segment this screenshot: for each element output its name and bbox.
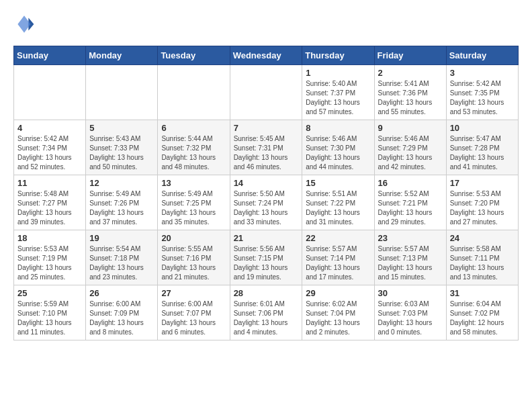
day-info: Sunrise: 5:51 AM Sunset: 7:22 PM Dayligh…	[306, 189, 370, 227]
calendar-cell: 31Sunrise: 6:04 AM Sunset: 7:02 PM Dayli…	[446, 285, 518, 340]
calendar-cell: 2Sunrise: 5:41 AM Sunset: 7:36 PM Daylig…	[374, 65, 446, 120]
day-info: Sunrise: 6:04 AM Sunset: 7:02 PM Dayligh…	[450, 300, 515, 337]
calendar-cell: 5Sunrise: 5:43 AM Sunset: 7:33 PM Daylig…	[86, 120, 158, 175]
day-number: 18	[17, 233, 82, 243]
day-info: Sunrise: 5:56 AM Sunset: 7:15 PM Dayligh…	[234, 244, 299, 282]
day-number: 13	[161, 178, 226, 188]
calendar-cell: 15Sunrise: 5:51 AM Sunset: 7:22 PM Dayli…	[302, 175, 374, 230]
calendar-cell: 25Sunrise: 5:59 AM Sunset: 7:10 PM Dayli…	[14, 285, 86, 340]
day-number: 9	[378, 123, 443, 133]
calendar-cell: 12Sunrise: 5:49 AM Sunset: 7:26 PM Dayli…	[86, 175, 158, 230]
calendar-cell: 24Sunrise: 5:58 AM Sunset: 7:11 PM Dayli…	[446, 230, 518, 285]
day-info: Sunrise: 5:42 AM Sunset: 7:34 PM Dayligh…	[17, 134, 82, 172]
day-number: 10	[450, 123, 515, 133]
day-info: Sunrise: 5:43 AM Sunset: 7:33 PM Dayligh…	[89, 134, 154, 172]
day-number: 6	[161, 123, 226, 133]
calendar-cell: 4Sunrise: 5:42 AM Sunset: 7:34 PM Daylig…	[14, 120, 86, 175]
page-header	[13, 13, 519, 35]
calendar-cell: 13Sunrise: 5:49 AM Sunset: 7:25 PM Dayli…	[158, 175, 230, 230]
day-number: 21	[234, 233, 299, 243]
calendar-cell: 16Sunrise: 5:52 AM Sunset: 7:21 PM Dayli…	[374, 175, 446, 230]
day-info: Sunrise: 6:03 AM Sunset: 7:03 PM Dayligh…	[378, 300, 443, 337]
calendar-cell: 19Sunrise: 5:54 AM Sunset: 7:18 PM Dayli…	[86, 230, 158, 285]
calendar-header-row: SundayMondayTuesdayWednesdayThursdayFrid…	[14, 46, 519, 65]
day-info: Sunrise: 5:42 AM Sunset: 7:35 PM Dayligh…	[450, 79, 515, 117]
calendar-cell: 1Sunrise: 5:40 AM Sunset: 7:37 PM Daylig…	[302, 65, 374, 120]
calendar-cell: 21Sunrise: 5:56 AM Sunset: 7:15 PM Dayli…	[230, 230, 302, 285]
calendar-cell: 3Sunrise: 5:42 AM Sunset: 7:35 PM Daylig…	[446, 65, 518, 120]
day-number: 19	[89, 233, 154, 243]
calendar-cell	[86, 65, 158, 120]
logo-icon	[13, 13, 35, 35]
day-info: Sunrise: 5:47 AM Sunset: 7:28 PM Dayligh…	[450, 134, 515, 172]
calendar-cell: 18Sunrise: 5:53 AM Sunset: 7:19 PM Dayli…	[14, 230, 86, 285]
day-info: Sunrise: 6:01 AM Sunset: 7:06 PM Dayligh…	[234, 300, 299, 337]
day-info: Sunrise: 5:52 AM Sunset: 7:21 PM Dayligh…	[378, 189, 443, 227]
calendar-cell: 17Sunrise: 5:53 AM Sunset: 7:20 PM Dayli…	[446, 175, 518, 230]
day-number: 16	[378, 178, 443, 188]
day-header-saturday: Saturday	[446, 46, 518, 65]
day-number: 22	[306, 233, 370, 243]
day-number: 27	[161, 288, 226, 298]
day-number: 15	[306, 178, 370, 188]
day-number: 1	[306, 68, 370, 78]
calendar-week-5: 25Sunrise: 5:59 AM Sunset: 7:10 PM Dayli…	[14, 285, 519, 340]
logo	[13, 13, 38, 35]
day-number: 3	[450, 68, 515, 78]
calendar-table: SundayMondayTuesdayWednesdayThursdayFrid…	[13, 46, 519, 340]
calendar-cell: 26Sunrise: 6:00 AM Sunset: 7:09 PM Dayli…	[86, 285, 158, 340]
calendar-cell: 20Sunrise: 5:55 AM Sunset: 7:16 PM Dayli…	[158, 230, 230, 285]
day-number: 24	[450, 233, 515, 243]
day-info: Sunrise: 6:00 AM Sunset: 7:07 PM Dayligh…	[161, 300, 226, 337]
calendar-cell	[14, 65, 86, 120]
day-number: 7	[234, 123, 299, 133]
calendar-cell: 6Sunrise: 5:44 AM Sunset: 7:32 PM Daylig…	[158, 120, 230, 175]
day-info: Sunrise: 5:48 AM Sunset: 7:27 PM Dayligh…	[17, 189, 82, 227]
day-header-tuesday: Tuesday	[158, 46, 230, 65]
day-info: Sunrise: 5:54 AM Sunset: 7:18 PM Dayligh…	[89, 244, 154, 282]
day-info: Sunrise: 5:50 AM Sunset: 7:24 PM Dayligh…	[234, 189, 299, 227]
calendar-cell: 30Sunrise: 6:03 AM Sunset: 7:03 PM Dayli…	[374, 285, 446, 340]
day-info: Sunrise: 5:55 AM Sunset: 7:16 PM Dayligh…	[161, 244, 226, 282]
day-number: 31	[450, 288, 515, 298]
day-info: Sunrise: 5:46 AM Sunset: 7:30 PM Dayligh…	[306, 134, 370, 172]
calendar-cell: 27Sunrise: 6:00 AM Sunset: 7:07 PM Dayli…	[158, 285, 230, 340]
day-info: Sunrise: 5:45 AM Sunset: 7:31 PM Dayligh…	[234, 134, 299, 172]
day-header-thursday: Thursday	[302, 46, 374, 65]
day-number: 17	[450, 178, 515, 188]
day-info: Sunrise: 5:49 AM Sunset: 7:26 PM Dayligh…	[89, 189, 154, 227]
calendar-cell	[230, 65, 302, 120]
day-info: Sunrise: 5:58 AM Sunset: 7:11 PM Dayligh…	[450, 244, 515, 282]
day-number: 14	[234, 178, 299, 188]
day-number: 12	[89, 178, 154, 188]
day-header-friday: Friday	[374, 46, 446, 65]
day-info: Sunrise: 5:53 AM Sunset: 7:19 PM Dayligh…	[17, 244, 82, 282]
calendar-cell	[158, 65, 230, 120]
day-number: 11	[17, 178, 82, 188]
day-number: 30	[378, 288, 443, 298]
calendar-cell: 28Sunrise: 6:01 AM Sunset: 7:06 PM Dayli…	[230, 285, 302, 340]
day-number: 23	[378, 233, 443, 243]
day-info: Sunrise: 5:53 AM Sunset: 7:20 PM Dayligh…	[450, 189, 515, 227]
day-header-wednesday: Wednesday	[230, 46, 302, 65]
calendar-cell: 11Sunrise: 5:48 AM Sunset: 7:27 PM Dayli…	[14, 175, 86, 230]
day-number: 20	[161, 233, 226, 243]
day-info: Sunrise: 6:00 AM Sunset: 7:09 PM Dayligh…	[89, 300, 154, 337]
calendar-cell: 9Sunrise: 5:46 AM Sunset: 7:29 PM Daylig…	[374, 120, 446, 175]
day-info: Sunrise: 5:46 AM Sunset: 7:29 PM Dayligh…	[378, 134, 443, 172]
calendar-cell: 29Sunrise: 6:02 AM Sunset: 7:04 PM Dayli…	[302, 285, 374, 340]
calendar-cell: 7Sunrise: 5:45 AM Sunset: 7:31 PM Daylig…	[230, 120, 302, 175]
calendar-cell: 8Sunrise: 5:46 AM Sunset: 7:30 PM Daylig…	[302, 120, 374, 175]
day-header-monday: Monday	[86, 46, 158, 65]
day-info: Sunrise: 5:40 AM Sunset: 7:37 PM Dayligh…	[306, 79, 370, 117]
day-number: 26	[89, 288, 154, 298]
day-number: 25	[17, 288, 82, 298]
day-number: 2	[378, 68, 443, 78]
day-info: Sunrise: 5:49 AM Sunset: 7:25 PM Dayligh…	[161, 189, 226, 227]
day-number: 4	[17, 123, 82, 133]
calendar-week-1: 1Sunrise: 5:40 AM Sunset: 7:37 PM Daylig…	[14, 65, 519, 120]
day-number: 8	[306, 123, 370, 133]
calendar-week-4: 18Sunrise: 5:53 AM Sunset: 7:19 PM Dayli…	[14, 230, 519, 285]
day-number: 28	[234, 288, 299, 298]
day-info: Sunrise: 5:59 AM Sunset: 7:10 PM Dayligh…	[17, 300, 82, 337]
